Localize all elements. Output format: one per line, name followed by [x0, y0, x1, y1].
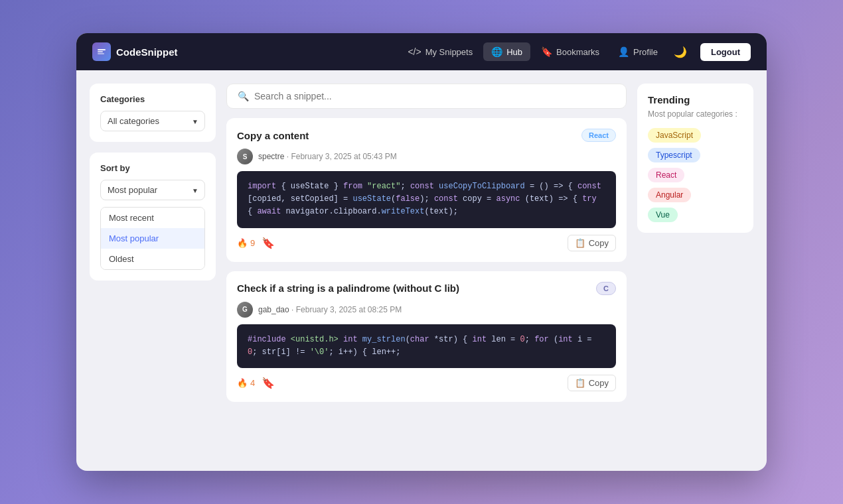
snippet-1-lang-badge: React — [581, 129, 616, 142]
search-bar: 🔍 — [226, 84, 627, 109]
sortby-title: Sort by — [100, 163, 205, 173]
trending-subtitle: Most popular categories : — [648, 109, 743, 119]
trending-title: Trending — [648, 94, 743, 105]
code-icon: </> — [408, 46, 421, 57]
svg-rect-0 — [98, 49, 106, 50]
snippet-2-copy-label: Copy — [589, 378, 609, 388]
categories-select-wrapper: All categories JavaScript TypeScript Rea… — [100, 111, 205, 131]
snippet-2-header: Check if a string is a palindrome (witho… — [237, 282, 616, 295]
snippet-2-author: gab_dao — [258, 305, 289, 314]
nav-bookmarks[interactable]: 🔖 Bookmarks — [533, 42, 607, 61]
snippet-1-title: Copy a content — [237, 130, 309, 141]
trending-panel: Trending Most popular categories : JavaS… — [637, 84, 753, 458]
snippet-1-avatar: S — [237, 149, 253, 164]
nav-bookmarks-label: Bookmarks — [556, 47, 599, 57]
categories-title: Categories — [100, 94, 205, 104]
snippet-2-lang-badge: C — [596, 282, 616, 295]
upvote-icon: 🔥 — [237, 238, 248, 248]
sortby-select[interactable]: Most popular Most recent Oldest — [100, 180, 205, 200]
app-window: CodeSnippet </> My Snippets 🌐 Hub 🔖 Book… — [76, 33, 767, 471]
tag-react[interactable]: React — [648, 168, 684, 182]
snippet-2-date-sep: · — [291, 305, 296, 314]
sortby-card: Sort by Most popular Most recent Oldest … — [90, 153, 216, 281]
tag-javascript[interactable]: JavaScript — [648, 128, 701, 143]
snippet-card-2: Check if a string is a palindrome (witho… — [226, 271, 627, 402]
snippet-2-date: February 3, 2025 at 08:25 PM — [296, 305, 402, 314]
snippet-1-meta: S spectre · February 3, 2025 at 05:43 PM — [237, 149, 616, 164]
tag-typescript[interactable]: Typescript — [648, 148, 700, 162]
nav-profile-label: Profile — [633, 47, 658, 57]
search-input[interactable] — [254, 91, 615, 101]
nav-hub-label: Hub — [506, 47, 522, 57]
globe-icon: 🌐 — [491, 46, 502, 57]
search-icon: 🔍 — [238, 91, 249, 101]
categories-select[interactable]: All categories JavaScript TypeScript Rea… — [100, 111, 205, 131]
snippet-1-date: February 3, 2025 at 05:43 PM — [291, 152, 396, 161]
nav-profile[interactable]: 👤 Profile — [610, 42, 666, 61]
snippet-1-footer-left: 🔥 9 🔖 — [237, 237, 275, 249]
theme-toggle[interactable]: 🌙 — [668, 42, 692, 62]
snippet-1-bookmark-btn[interactable]: 🔖 — [262, 237, 275, 249]
snippet-1-vote-btn[interactable]: 🔥 9 — [237, 238, 255, 248]
snippet-1-author: spectre — [258, 152, 284, 161]
snippet-1-footer: 🔥 9 🔖 📋 Copy — [237, 235, 616, 251]
snippet-card-1: Copy a content React S spectre · Februar… — [226, 118, 627, 262]
snippet-1-header: Copy a content React — [237, 129, 616, 142]
snippet-2-avatar: G — [237, 302, 253, 318]
snippet-2-code: #include <unistd.h> int my_strlen(char *… — [237, 324, 616, 368]
sort-menu: Most recent Most popular Oldest — [100, 207, 205, 270]
trending-card: Trending Most popular categories : JavaS… — [637, 84, 753, 233]
nav-my-snippets[interactable]: </> My Snippets — [400, 42, 481, 61]
snippet-2-footer-left: 🔥 4 🔖 — [237, 377, 275, 389]
content-area: Categories All categories JavaScript Typ… — [76, 70, 767, 471]
sort-item-most-popular[interactable]: Most popular — [101, 228, 204, 249]
snippet-2-copy-btn[interactable]: 📋 Copy — [568, 375, 616, 391]
snippet-2-bookmark-btn[interactable]: 🔖 — [262, 377, 275, 389]
categories-card: Categories All categories JavaScript Typ… — [90, 84, 216, 142]
bookmark-nav-icon: 🔖 — [541, 46, 552, 57]
snippet-2-votes: 4 — [250, 378, 255, 388]
copy-icon-2: 📋 — [575, 378, 585, 388]
profile-icon: 👤 — [618, 46, 629, 57]
tag-angular[interactable]: Angular — [648, 188, 691, 202]
tag-list: JavaScript Typescript React Angular Vue — [648, 128, 743, 222]
sort-item-most-recent[interactable]: Most recent — [101, 208, 204, 228]
snippet-1-code: import { useState } from "react"; const … — [237, 171, 616, 228]
navbar-nav: </> My Snippets 🌐 Hub 🔖 Bookmarks 👤 Prof… — [400, 42, 751, 62]
sidebar: Categories All categories JavaScript Typ… — [90, 84, 216, 458]
copy-icon-1: 📋 — [575, 238, 585, 248]
brand-label: CodeSnippet — [116, 46, 178, 58]
sort-item-oldest[interactable]: Oldest — [101, 249, 204, 269]
main-content: 🔍 Copy a content React S spectre · Febru… — [226, 84, 627, 458]
snippet-1-copy-btn[interactable]: 📋 Copy — [568, 235, 616, 251]
svg-rect-2 — [98, 53, 104, 54]
sortby-select-wrapper: Most popular Most recent Oldest ▼ — [100, 180, 205, 200]
snippet-1-votes: 9 — [250, 238, 255, 248]
svg-rect-1 — [98, 51, 103, 52]
logout-button[interactable]: Logout — [700, 43, 751, 61]
snippet-2-vote-btn[interactable]: 🔥 4 — [237, 378, 255, 388]
navbar: CodeSnippet </> My Snippets 🌐 Hub 🔖 Book… — [76, 33, 767, 70]
tag-vue[interactable]: Vue — [648, 208, 678, 222]
upvote-icon-2: 🔥 — [237, 378, 248, 388]
snippet-2-title: Check if a string is a palindrome (witho… — [237, 283, 459, 294]
snippet-2-footer: 🔥 4 🔖 📋 Copy — [237, 375, 616, 391]
snippet-1-meta-text: spectre · February 3, 2025 at 05:43 PM — [258, 152, 397, 161]
brand: CodeSnippet — [92, 42, 178, 61]
snippet-1-copy-label: Copy — [589, 238, 609, 248]
nav-my-snippets-label: My Snippets — [425, 47, 473, 57]
nav-hub[interactable]: 🌐 Hub — [483, 42, 530, 61]
brand-icon — [92, 42, 111, 61]
snippet-2-meta-text: gab_dao · February 3, 2025 at 08:25 PM — [258, 305, 402, 314]
snippet-2-meta: G gab_dao · February 3, 2025 at 08:25 PM — [237, 302, 616, 318]
